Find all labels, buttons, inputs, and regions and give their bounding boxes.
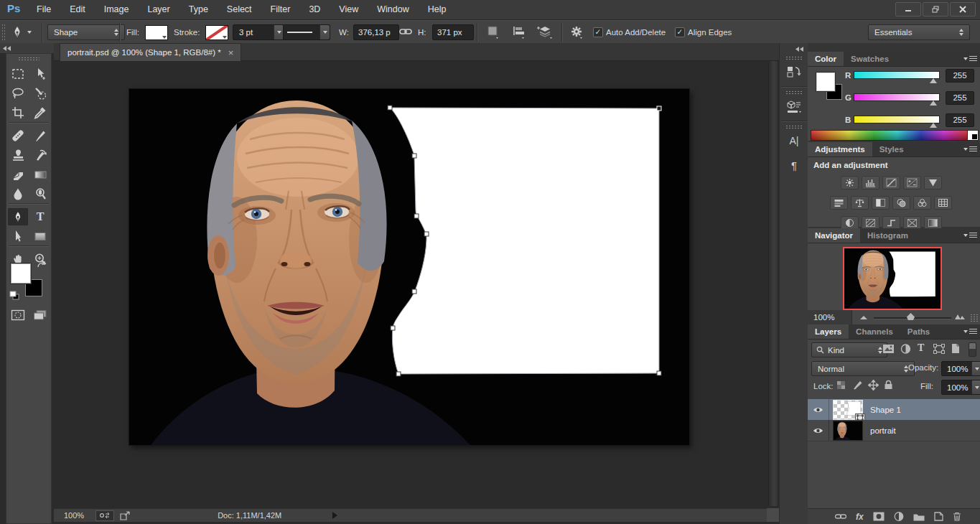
menu-window[interactable]: Window	[368, 0, 418, 19]
stroke-width-caret[interactable]	[274, 25, 284, 39]
menu-view[interactable]: View	[330, 0, 368, 19]
status-flyout-icon[interactable]	[332, 512, 337, 519]
expand-panels-icon[interactable]	[795, 47, 804, 52]
stroke-width-select[interactable]: 3 pt	[233, 24, 284, 40]
default-colors-icon[interactable]	[9, 291, 19, 300]
tab-paths[interactable]: Paths	[900, 324, 937, 339]
curves-button[interactable]	[882, 176, 900, 190]
lock-pixels-button[interactable]	[852, 380, 863, 390]
dodge-tool[interactable]	[30, 185, 50, 202]
filter-type-button[interactable]: T	[918, 342, 924, 354]
fill-caret[interactable]	[971, 380, 980, 394]
hue-saturation-button[interactable]	[830, 196, 848, 210]
tab-color[interactable]: Color	[808, 52, 844, 66]
filter-adjustment-button[interactable]	[900, 344, 911, 354]
menu-type[interactable]: Type	[179, 0, 218, 19]
layer-thumbnail-shape-1[interactable]	[833, 400, 863, 420]
minidock-grip-1[interactable]	[785, 56, 803, 60]
auto-add-delete-checkbox[interactable]: ✓	[593, 27, 603, 37]
opacity-input[interactable]: 100%	[941, 361, 980, 376]
layer-name-shape-1[interactable]: Shape 1	[870, 406, 901, 414]
blend-mode-select[interactable]: Normal	[811, 361, 915, 376]
zoom-out-icon[interactable]	[859, 315, 868, 320]
photo-filter-button[interactable]	[892, 196, 910, 210]
tool-mode-select[interactable]: Shape	[47, 24, 125, 40]
status-corner-grip[interactable]	[767, 507, 779, 522]
layer-row-shape-1[interactable]: Shape 1	[808, 399, 980, 421]
color-spectrum-ramp[interactable]	[811, 130, 969, 141]
vertical-scrollbar[interactable]	[768, 61, 778, 506]
doc-size-readout[interactable]: Doc: 1,11M/1,42M	[218, 511, 281, 520]
levels-button[interactable]	[862, 176, 879, 190]
stroke-style-select[interactable]	[283, 24, 330, 40]
blur-tool[interactable]	[8, 185, 28, 202]
quick-selection-tool[interactable]	[30, 85, 50, 102]
rectangular-marquee-tool[interactable]	[8, 65, 28, 83]
quick-mask-mode-button[interactable]	[8, 307, 28, 324]
panel-foreground-swatch[interactable]	[816, 72, 835, 91]
channel-b-value[interactable]: 255	[946, 113, 974, 127]
layers-panel-menu[interactable]	[963, 329, 977, 334]
tab-layers[interactable]: Layers	[808, 324, 849, 339]
layer-style-button[interactable]: fx	[856, 513, 864, 521]
screen-mode-button[interactable]	[30, 307, 50, 324]
restore-button[interactable]	[923, 2, 948, 17]
shape-1-vector[interactable]	[390, 108, 659, 374]
clone-stamp-tool[interactable]	[8, 146, 28, 164]
zoom-in-icon[interactable]	[954, 313, 966, 320]
fill-swatch[interactable]	[145, 25, 168, 40]
navigator-zoom-field[interactable]: 100%	[808, 310, 852, 324]
tab-swatches[interactable]: Swatches	[844, 52, 896, 66]
tab-histogram[interactable]: Histogram	[860, 228, 915, 243]
character-panel-button[interactable]: A|	[783, 131, 806, 151]
filter-image-button[interactable]	[882, 344, 895, 354]
channel-r-thumb[interactable]	[930, 78, 937, 83]
add-layer-mask-icon[interactable]	[873, 512, 885, 521]
document-tab-close[interactable]: ×	[228, 47, 234, 58]
link-dimensions-button[interactable]	[399, 27, 412, 37]
channel-r-value[interactable]: 255	[946, 69, 974, 83]
history-brush-tool[interactable]	[30, 146, 50, 164]
adjustments-panel-menu[interactable]	[963, 146, 977, 151]
workspace-select[interactable]: Essentials	[868, 24, 970, 40]
document-tab[interactable]: portrait.psd @ 100% (Shape 1, RGB/8#) * …	[60, 43, 241, 61]
channel-mixer-button[interactable]	[913, 196, 931, 210]
layer-visibility-portrait[interactable]	[808, 420, 829, 441]
layer-filter-toggle[interactable]	[969, 342, 976, 357]
pen-tool[interactable]	[8, 208, 28, 225]
menu-file[interactable]: File	[27, 0, 60, 19]
channel-g-thumb[interactable]	[930, 100, 937, 106]
path-operations-button[interactable]	[485, 25, 501, 39]
filter-shape-button[interactable]	[933, 344, 945, 354]
ramp-black-swatch[interactable]	[972, 134, 977, 139]
black-white-button[interactable]	[872, 196, 890, 210]
move-tool[interactable]	[30, 65, 50, 83]
layer-row-portrait[interactable]: portrait	[808, 420, 980, 441]
opacity-caret[interactable]	[971, 362, 980, 375]
options-grip[interactable]	[1, 24, 6, 41]
tab-navigator[interactable]: Navigator	[808, 228, 860, 243]
stroke-style-caret[interactable]	[319, 25, 330, 39]
channel-r-slider[interactable]	[854, 71, 940, 79]
navigator-resize-grip[interactable]	[970, 314, 979, 322]
shape-width-input[interactable]: 376,13 p	[353, 24, 399, 40]
minimize-button[interactable]	[895, 2, 921, 17]
tab-channels[interactable]: Channels	[849, 324, 900, 339]
tab-styles[interactable]: Styles	[872, 142, 911, 156]
align-edges-checkbox[interactable]: ✓	[675, 27, 685, 37]
foreground-color-swatch[interactable]	[11, 263, 31, 284]
pen-tool-preset-button[interactable]	[10, 24, 39, 41]
brightness-contrast-button[interactable]	[841, 176, 859, 190]
gradient-tool[interactable]	[30, 166, 50, 183]
stroke-swatch[interactable]	[205, 25, 228, 40]
eraser-tool[interactable]	[8, 166, 28, 183]
path-alignment-button[interactable]	[511, 25, 527, 39]
navigator-zoom-thumb[interactable]	[907, 313, 915, 320]
geometry-options-button[interactable]	[569, 24, 584, 40]
link-layers-icon[interactable]	[835, 513, 846, 520]
menu-edit[interactable]: Edit	[60, 0, 95, 19]
minidock-grip-3[interactable]	[785, 125, 803, 128]
color-lookup-button[interactable]	[934, 196, 952, 210]
layer-visibility-shape-1[interactable]	[808, 399, 829, 420]
collapse-tools-icon[interactable]	[3, 46, 11, 51]
